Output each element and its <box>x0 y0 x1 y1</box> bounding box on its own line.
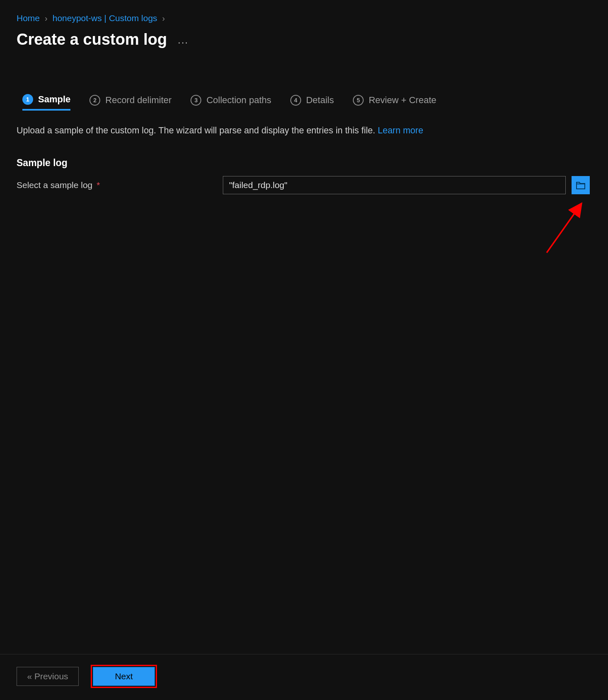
annotation-arrow-icon <box>543 199 592 257</box>
step-sample[interactable]: 1 Sample <box>22 94 70 111</box>
field-label-text: Select a sample log <box>17 180 92 190</box>
step-record-delimiter[interactable]: 2 Record delimiter <box>89 95 171 110</box>
field-label-sample-log: Select a sample log * <box>17 180 223 190</box>
breadcrumb: Home › honeypot-ws | Custom logs › <box>17 13 591 23</box>
breadcrumb-workspace[interactable]: honeypot-ws | Custom logs <box>53 13 157 23</box>
wizard-footer: « Previous Next <box>0 654 608 700</box>
step-number-badge: 4 <box>290 95 301 106</box>
svg-line-0 <box>547 205 581 253</box>
step-number-badge: 2 <box>89 95 100 106</box>
previous-button[interactable]: « Previous <box>17 667 79 686</box>
step-label: Record delimiter <box>105 95 171 106</box>
step-number-badge: 1 <box>22 94 33 105</box>
section-heading: Sample log <box>17 157 591 169</box>
step-review-create[interactable]: 5 Review + Create <box>353 95 436 110</box>
breadcrumb-home[interactable]: Home <box>17 13 40 23</box>
step-label: Sample <box>38 94 70 105</box>
chevron-right-icon: › <box>162 14 165 23</box>
step-collection-paths[interactable]: 3 Collection paths <box>191 95 271 110</box>
step-description: Upload a sample of the custom log. The w… <box>17 126 591 136</box>
step-details[interactable]: 4 Details <box>290 95 334 110</box>
step-label: Collection paths <box>206 95 271 106</box>
required-asterisk: * <box>97 180 100 190</box>
desc-text: Upload a sample of the custom log. The w… <box>17 126 375 135</box>
next-button[interactable]: Next <box>93 667 155 686</box>
chevron-right-icon: › <box>45 14 48 23</box>
sample-log-input[interactable] <box>223 176 566 194</box>
wizard-steps: 1 Sample 2 Record delimiter 3 Collection… <box>17 94 591 111</box>
step-label: Details <box>306 95 334 106</box>
folder-icon <box>576 181 586 190</box>
step-number-badge: 3 <box>191 95 201 106</box>
step-label: Review + Create <box>369 95 436 106</box>
page-title: Create a custom log <box>17 31 167 48</box>
browse-file-button[interactable] <box>572 176 590 194</box>
learn-more-link[interactable]: Learn more <box>378 126 423 135</box>
more-actions-button[interactable]: ··· <box>178 36 188 48</box>
step-number-badge: 5 <box>353 95 364 106</box>
